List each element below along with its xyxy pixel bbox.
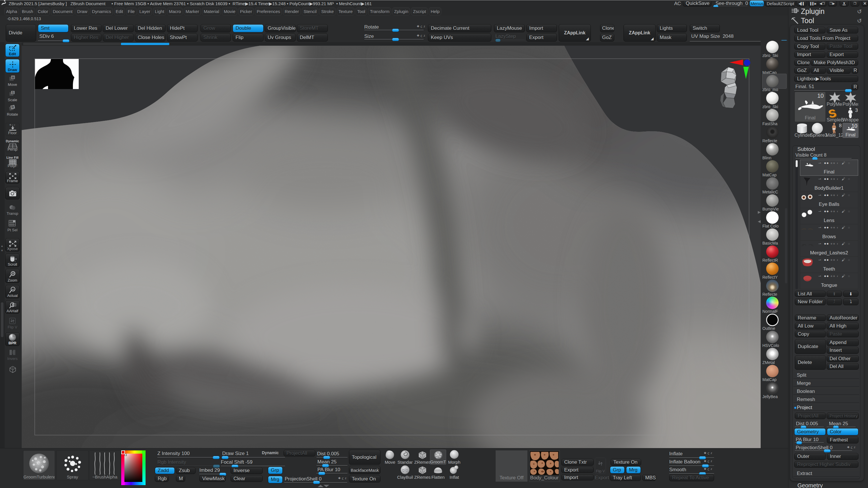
svg-text:S: S	[12, 91, 14, 94]
svg-text:M: M	[11, 76, 14, 79]
svg-text:x1: x1	[12, 288, 14, 291]
